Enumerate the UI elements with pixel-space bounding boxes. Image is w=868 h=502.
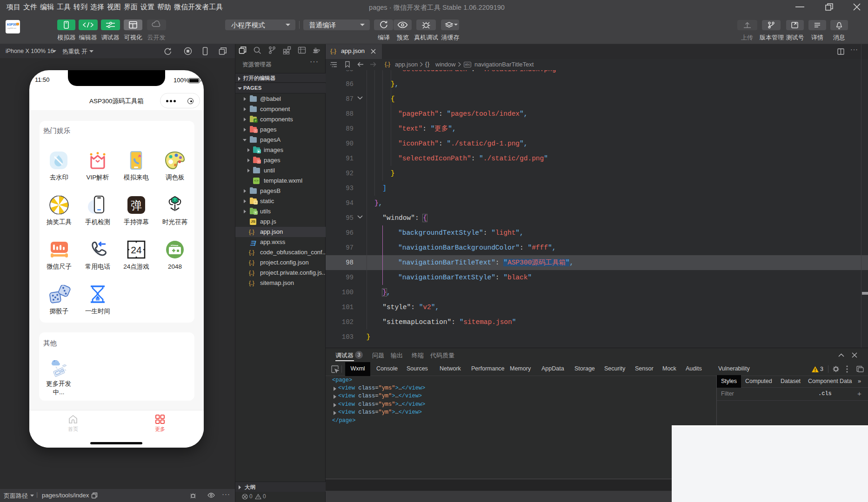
svg-text:asp300.net: asp300.net (7, 27, 17, 29)
svg-text:弹: 弹 (131, 199, 142, 211)
svg-text:24: 24 (131, 244, 142, 255)
